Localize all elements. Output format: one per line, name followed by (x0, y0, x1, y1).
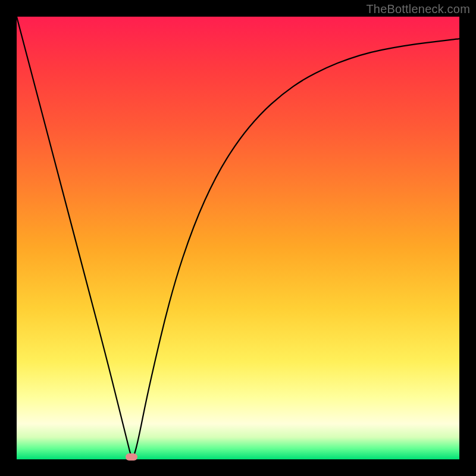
curve-path (17, 17, 459, 456)
chart-frame: TheBottleneck.com (0, 0, 476, 476)
bottleneck-curve (17, 17, 459, 459)
attribution-text: TheBottleneck.com (366, 2, 470, 16)
plot-area (17, 17, 459, 459)
optimal-marker (126, 453, 137, 461)
